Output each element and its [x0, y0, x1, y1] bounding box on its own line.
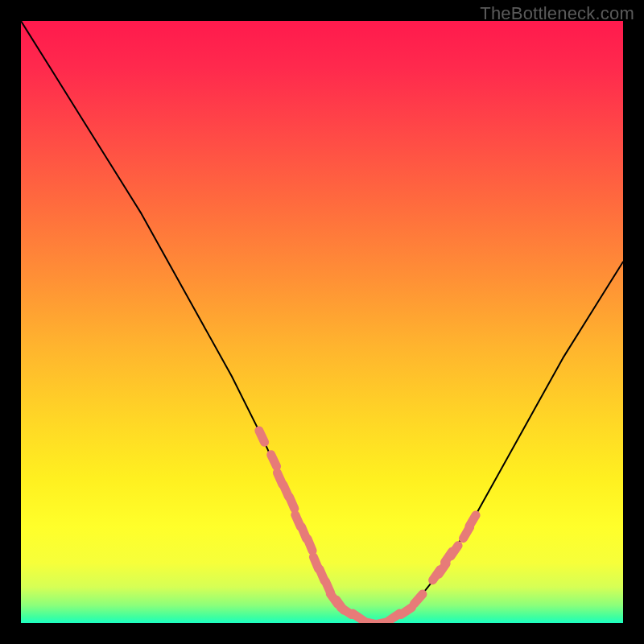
- curve-marker: [289, 497, 294, 509]
- curve-marker: [259, 431, 265, 442]
- watermark-text: TheBottleneck.com: [480, 3, 634, 24]
- chart-frame: TheBottleneck.com: [0, 0, 644, 644]
- bottleneck-curve: [21, 21, 623, 623]
- chart-plot-area: [21, 21, 623, 623]
- curve-marker: [401, 608, 411, 615]
- curve-markers: [259, 431, 476, 623]
- curve-marker: [271, 455, 277, 467]
- chart-svg: [21, 21, 623, 623]
- curve-marker: [451, 546, 458, 556]
- curve-marker: [308, 539, 312, 551]
- curve-marker: [414, 594, 423, 604]
- curve-marker: [469, 515, 476, 526]
